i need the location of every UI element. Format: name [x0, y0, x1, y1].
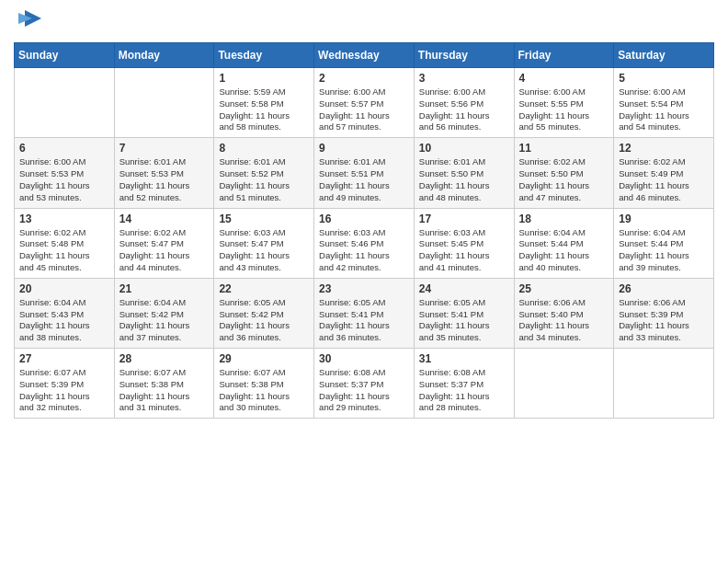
day-number: 6: [19, 142, 109, 155]
day-number: 21: [119, 282, 210, 295]
day-info: Sunrise: 6:08 AMSunset: 5:37 PMDaylight:…: [319, 367, 409, 414]
logo-icon: [16, 6, 43, 33]
day-number: 19: [619, 213, 709, 225]
calendar-cell: 16Sunrise: 6:03 AMSunset: 5:46 PMDayligh…: [314, 208, 415, 278]
day-info: Sunrise: 6:01 AMSunset: 5:51 PMDaylight:…: [319, 156, 409, 203]
calendar-cell: 2Sunrise: 6:00 AMSunset: 5:57 PMDaylight…: [314, 68, 415, 138]
day-number: 15: [219, 213, 309, 225]
logo: [14, 9, 43, 33]
calendar-cell: 25Sunrise: 6:06 AMSunset: 5:40 PMDayligh…: [514, 278, 614, 348]
day-number: 28: [119, 352, 210, 365]
day-info: Sunrise: 6:02 AMSunset: 5:49 PMDaylight:…: [619, 156, 709, 203]
calendar-cell: 21Sunrise: 6:04 AMSunset: 5:42 PMDayligh…: [114, 278, 214, 348]
day-info: Sunrise: 6:06 AMSunset: 5:39 PMDaylight:…: [619, 297, 709, 344]
col-header-tuesday: Tuesday: [214, 43, 314, 68]
calendar-week-row: 6Sunrise: 6:00 AMSunset: 5:53 PMDaylight…: [15, 138, 714, 208]
calendar-cell: 14Sunrise: 6:02 AMSunset: 5:47 PMDayligh…: [114, 208, 214, 278]
day-info: Sunrise: 6:04 AMSunset: 5:44 PMDaylight:…: [619, 227, 709, 274]
col-header-monday: Monday: [114, 43, 214, 68]
calendar-cell: [15, 68, 115, 138]
calendar-cell: 1Sunrise: 5:59 AMSunset: 5:58 PMDaylight…: [214, 68, 314, 138]
calendar-cell: 22Sunrise: 6:05 AMSunset: 5:42 PMDayligh…: [214, 278, 314, 348]
day-number: 25: [519, 282, 609, 295]
day-number: 2: [319, 72, 409, 85]
calendar-week-row: 13Sunrise: 6:02 AMSunset: 5:48 PMDayligh…: [15, 208, 714, 278]
col-header-saturday: Saturday: [614, 43, 714, 68]
day-info: Sunrise: 6:01 AMSunset: 5:52 PMDaylight:…: [219, 156, 309, 203]
calendar-cell: [514, 349, 614, 419]
calendar-cell: 4Sunrise: 6:00 AMSunset: 5:55 PMDaylight…: [514, 68, 614, 138]
day-number: 12: [619, 142, 709, 155]
col-header-thursday: Thursday: [414, 43, 514, 68]
day-number: 31: [419, 352, 509, 365]
calendar-cell: 11Sunrise: 6:02 AMSunset: 5:50 PMDayligh…: [514, 138, 614, 208]
day-info: Sunrise: 6:05 AMSunset: 5:42 PMDaylight:…: [219, 297, 309, 344]
calendar-cell: 26Sunrise: 6:06 AMSunset: 5:39 PMDayligh…: [614, 278, 714, 348]
day-number: 8: [219, 142, 309, 155]
day-number: 17: [419, 213, 509, 225]
page: SundayMondayTuesdayWednesdayThursdayFrid…: [0, 0, 728, 563]
day-number: 16: [319, 213, 409, 225]
calendar-cell: 13Sunrise: 6:02 AMSunset: 5:48 PMDayligh…: [15, 208, 115, 278]
day-info: Sunrise: 6:02 AMSunset: 5:47 PMDaylight:…: [119, 227, 210, 274]
day-number: 14: [119, 213, 210, 225]
calendar-cell: 8Sunrise: 6:01 AMSunset: 5:52 PMDaylight…: [214, 138, 314, 208]
calendar-cell: 20Sunrise: 6:04 AMSunset: 5:43 PMDayligh…: [15, 278, 115, 348]
day-number: 9: [319, 142, 409, 155]
day-info: Sunrise: 6:03 AMSunset: 5:47 PMDaylight:…: [219, 227, 309, 274]
calendar-cell: 30Sunrise: 6:08 AMSunset: 5:37 PMDayligh…: [314, 349, 415, 419]
day-info: Sunrise: 6:03 AMSunset: 5:46 PMDaylight:…: [319, 227, 409, 274]
calendar-table: SundayMondayTuesdayWednesdayThursdayFrid…: [14, 42, 714, 419]
day-info: Sunrise: 6:01 AMSunset: 5:50 PMDaylight:…: [419, 156, 509, 203]
calendar-cell: 7Sunrise: 6:01 AMSunset: 5:53 PMDaylight…: [114, 138, 214, 208]
calendar-cell: 31Sunrise: 6:08 AMSunset: 5:37 PMDayligh…: [414, 349, 514, 419]
calendar-cell: 19Sunrise: 6:04 AMSunset: 5:44 PMDayligh…: [614, 208, 714, 278]
calendar-header-row: SundayMondayTuesdayWednesdayThursdayFrid…: [15, 43, 714, 68]
day-info: Sunrise: 6:00 AMSunset: 5:56 PMDaylight:…: [419, 86, 509, 133]
day-number: 24: [419, 282, 509, 295]
calendar-cell: 9Sunrise: 6:01 AMSunset: 5:51 PMDaylight…: [314, 138, 415, 208]
day-info: Sunrise: 6:07 AMSunset: 5:39 PMDaylight:…: [19, 367, 109, 414]
day-info: Sunrise: 6:04 AMSunset: 5:43 PMDaylight:…: [19, 297, 109, 344]
day-number: 1: [219, 72, 309, 85]
day-number: 18: [519, 213, 609, 225]
day-info: Sunrise: 6:00 AMSunset: 5:54 PMDaylight:…: [619, 86, 709, 133]
day-info: Sunrise: 6:00 AMSunset: 5:57 PMDaylight:…: [319, 86, 409, 133]
day-info: Sunrise: 6:05 AMSunset: 5:41 PMDaylight:…: [319, 297, 409, 344]
day-info: Sunrise: 6:02 AMSunset: 5:48 PMDaylight:…: [19, 227, 109, 274]
calendar-cell: 29Sunrise: 6:07 AMSunset: 5:38 PMDayligh…: [214, 349, 314, 419]
day-number: 4: [519, 72, 609, 85]
calendar-cell: 15Sunrise: 6:03 AMSunset: 5:47 PMDayligh…: [214, 208, 314, 278]
day-number: 30: [319, 352, 409, 365]
day-info: Sunrise: 6:06 AMSunset: 5:40 PMDaylight:…: [519, 297, 609, 344]
day-number: 10: [419, 142, 509, 155]
calendar-cell: 24Sunrise: 6:05 AMSunset: 5:41 PMDayligh…: [414, 278, 514, 348]
calendar-cell: [114, 68, 214, 138]
day-info: Sunrise: 6:08 AMSunset: 5:37 PMDaylight:…: [419, 367, 509, 414]
day-info: Sunrise: 6:04 AMSunset: 5:42 PMDaylight:…: [119, 297, 210, 344]
calendar-cell: 18Sunrise: 6:04 AMSunset: 5:44 PMDayligh…: [514, 208, 614, 278]
calendar-cell: [614, 349, 714, 419]
calendar-cell: 10Sunrise: 6:01 AMSunset: 5:50 PMDayligh…: [414, 138, 514, 208]
calendar-cell: 17Sunrise: 6:03 AMSunset: 5:45 PMDayligh…: [414, 208, 514, 278]
day-info: Sunrise: 6:00 AMSunset: 5:55 PMDaylight:…: [519, 86, 609, 133]
calendar-cell: 3Sunrise: 6:00 AMSunset: 5:56 PMDaylight…: [414, 68, 514, 138]
day-info: Sunrise: 6:00 AMSunset: 5:53 PMDaylight:…: [19, 156, 109, 203]
header: [14, 9, 714, 33]
day-number: 7: [119, 142, 210, 155]
day-info: Sunrise: 6:07 AMSunset: 5:38 PMDaylight:…: [219, 367, 309, 414]
col-header-sunday: Sunday: [15, 43, 115, 68]
day-info: Sunrise: 6:05 AMSunset: 5:41 PMDaylight:…: [419, 297, 509, 344]
day-info: Sunrise: 5:59 AMSunset: 5:58 PMDaylight:…: [219, 86, 309, 133]
day-number: 27: [19, 352, 109, 365]
col-header-friday: Friday: [514, 43, 614, 68]
calendar-cell: 5Sunrise: 6:00 AMSunset: 5:54 PMDaylight…: [614, 68, 714, 138]
day-number: 5: [619, 72, 709, 85]
calendar-cell: 23Sunrise: 6:05 AMSunset: 5:41 PMDayligh…: [314, 278, 415, 348]
day-info: Sunrise: 6:07 AMSunset: 5:38 PMDaylight:…: [119, 367, 210, 414]
calendar-cell: 28Sunrise: 6:07 AMSunset: 5:38 PMDayligh…: [114, 349, 214, 419]
day-info: Sunrise: 6:03 AMSunset: 5:45 PMDaylight:…: [419, 227, 509, 274]
day-number: 23: [319, 282, 409, 295]
calendar-cell: 6Sunrise: 6:00 AMSunset: 5:53 PMDaylight…: [15, 138, 115, 208]
calendar-cell: 27Sunrise: 6:07 AMSunset: 5:39 PMDayligh…: [15, 349, 115, 419]
